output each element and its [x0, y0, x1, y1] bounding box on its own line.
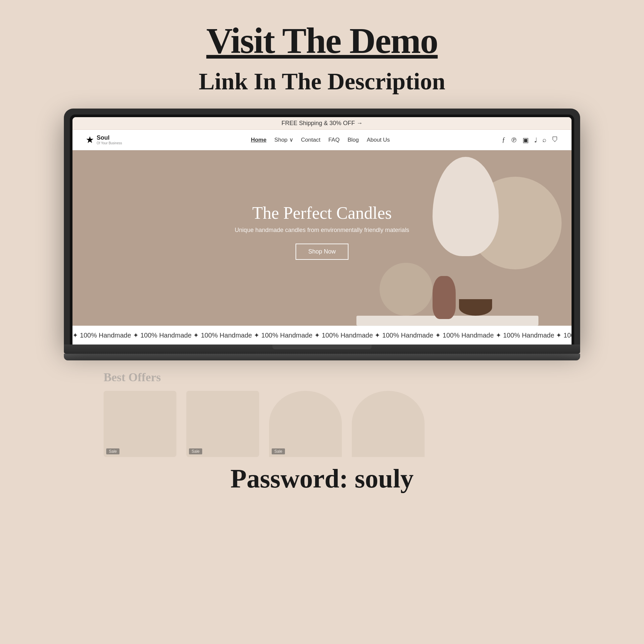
- password-text: Password: souly: [230, 464, 413, 494]
- laptop-foot: [64, 354, 580, 360]
- best-offers-title: Best Offers: [104, 370, 580, 384]
- nav-link-shop[interactable]: Shop ∨: [274, 136, 293, 143]
- shop-now-button[interactable]: Shop Now: [296, 244, 348, 260]
- password-section: Password: souly: [230, 464, 413, 494]
- hero-title: The Perfect Candles: [252, 203, 392, 223]
- sale-badge-2: Sale: [189, 448, 202, 454]
- laptop-mockup: FREE Shipping & 30% OFF → ★ Soul Of Your…: [64, 109, 580, 360]
- nav-link-contact[interactable]: Contact: [301, 137, 321, 143]
- hero-section: The Perfect Candles Unique handmade cand…: [72, 150, 572, 326]
- sale-badge-1: Sale: [106, 448, 119, 454]
- hero-text-overlay: The Perfect Candles Unique handmade cand…: [72, 150, 572, 326]
- logo-subtext: Of Your Business: [97, 141, 122, 145]
- laptop-base: [64, 345, 580, 354]
- nav-links: Home Shop ∨ Contact FAQ Blog About Us: [139, 136, 502, 143]
- tiktok-icon[interactable]: ♩: [534, 136, 537, 144]
- navbar: ★ Soul Of Your Business Home Shop ∨ Cont…: [72, 130, 572, 150]
- search-icon[interactable]: ⌕: [542, 136, 546, 144]
- logo-icon: ★: [86, 134, 94, 145]
- nav-logo: ★ Soul Of Your Business: [86, 134, 139, 145]
- hero-subtitle: Unique handmade candles from environment…: [235, 227, 409, 234]
- pinterest-icon[interactable]: ℗: [511, 136, 517, 144]
- laptop-hinge: [272, 345, 372, 349]
- sale-badge-3: Sale: [272, 448, 285, 454]
- page-title: Visit The Demo: [206, 20, 437, 62]
- marquee-text: ✦ 100% Handmade ✦ 100% Handmade ✦ 100% H…: [72, 331, 572, 339]
- announcement-text: FREE Shipping & 30% OFF →: [281, 120, 362, 126]
- nav-link-about[interactable]: About Us: [367, 137, 390, 143]
- facebook-icon[interactable]: ƒ: [502, 136, 505, 144]
- cart-icon[interactable]: ⛉: [552, 136, 558, 144]
- nav-social-icons: ƒ ℗ ▣ ♩ ⌕ ⛉: [502, 136, 558, 144]
- product-item-4: [352, 391, 425, 457]
- product-item-2: Sale: [186, 391, 259, 457]
- below-laptop-section: Best Offers Sale Sale Sale: [64, 360, 580, 457]
- product-item-3: Sale: [269, 391, 342, 457]
- nav-link-faq[interactable]: FAQ: [328, 137, 340, 143]
- page-subtitle: Link In The Description: [199, 68, 445, 95]
- product-item-1: Sale: [104, 391, 176, 457]
- nav-link-blog[interactable]: Blog: [347, 137, 359, 143]
- instagram-icon[interactable]: ▣: [523, 136, 529, 144]
- product-grid: Sale Sale Sale: [64, 391, 580, 457]
- announcement-bar: FREE Shipping & 30% OFF →: [72, 117, 572, 130]
- marquee-bar: ✦ 100% Handmade ✦ 100% Handmade ✦ 100% H…: [72, 326, 572, 345]
- logo-name: Soul: [97, 135, 122, 141]
- nav-link-home[interactable]: Home: [251, 137, 266, 143]
